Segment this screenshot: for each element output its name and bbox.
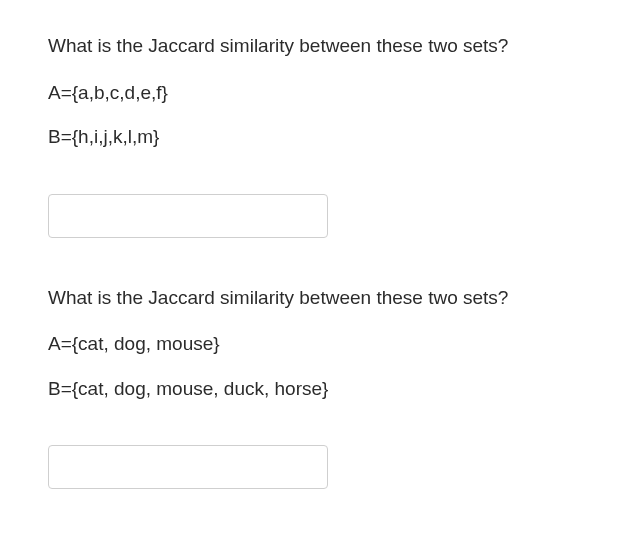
answer-input-1[interactable] bbox=[48, 194, 328, 238]
set-a-definition: A={cat, dog, mouse} bbox=[48, 330, 582, 359]
set-a-definition: A={a,b,c,d,e,f} bbox=[48, 79, 582, 108]
question-prompt: What is the Jaccard similarity between t… bbox=[48, 284, 582, 313]
question-block-1: What is the Jaccard similarity between t… bbox=[48, 32, 582, 238]
set-b-definition: B={h,i,j,k,l,m} bbox=[48, 123, 582, 152]
set-b-definition: B={cat, dog, mouse, duck, horse} bbox=[48, 375, 582, 404]
question-block-2: What is the Jaccard similarity between t… bbox=[48, 284, 582, 490]
answer-input-2[interactable] bbox=[48, 445, 328, 489]
question-prompt: What is the Jaccard similarity between t… bbox=[48, 32, 582, 61]
